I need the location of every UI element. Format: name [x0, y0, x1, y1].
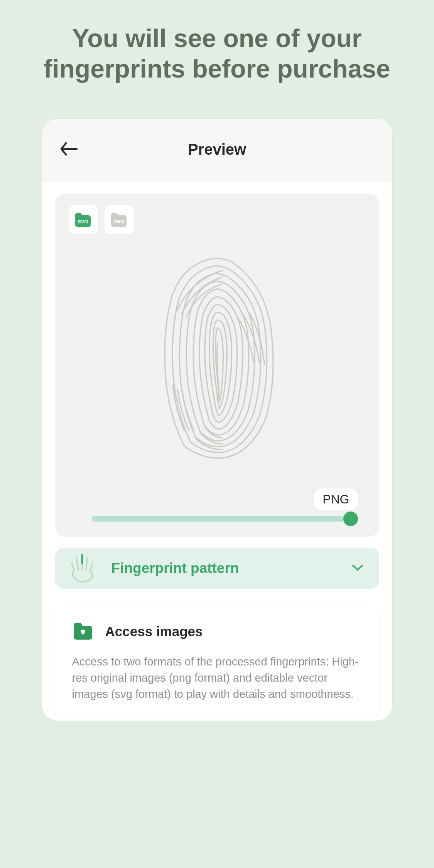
- format-badges: SVG PNG: [69, 205, 366, 234]
- folder-heart-icon: [72, 621, 94, 642]
- png-format-button[interactable]: PNG: [105, 205, 133, 234]
- slider-thumb[interactable]: [343, 512, 358, 526]
- svg-text:PNG: PNG: [113, 219, 124, 225]
- hand-icon: [67, 552, 98, 585]
- fingerprint-pattern-dropdown[interactable]: Fingerprint pattern: [55, 548, 379, 589]
- slider-track: [92, 516, 354, 522]
- phone-frame: Preview SVG PNG: [42, 119, 392, 721]
- back-arrow-icon: [59, 142, 78, 156]
- content-area: SVG PNG: [42, 181, 392, 721]
- back-button[interactable]: [59, 142, 78, 158]
- fingerprint-preview-panel: SVG PNG: [55, 194, 379, 537]
- access-images-card: Access images Access to two formats of t…: [55, 608, 379, 715]
- format-slider[interactable]: PNG: [92, 516, 354, 522]
- folder-png-icon: PNG: [110, 211, 128, 228]
- card-body: Access to two formats of the processed f…: [72, 654, 364, 702]
- card-title: Access images: [105, 624, 203, 639]
- header-title: Preview: [42, 141, 392, 158]
- fingerprint-icon: [154, 253, 281, 462]
- page-title: You will see one of your fingerprints be…: [0, 0, 434, 84]
- app-header: Preview: [42, 119, 392, 181]
- chevron-down-icon: [351, 564, 364, 573]
- slider-value-label: PNG: [314, 488, 358, 510]
- svg-format-button[interactable]: SVG: [69, 205, 98, 234]
- accordion-title: Fingerprint pattern: [111, 560, 351, 576]
- folder-svg-icon: SVG: [74, 211, 92, 228]
- fingerprint-image-wrap: [69, 246, 366, 469]
- svg-text:SVG: SVG: [78, 219, 88, 225]
